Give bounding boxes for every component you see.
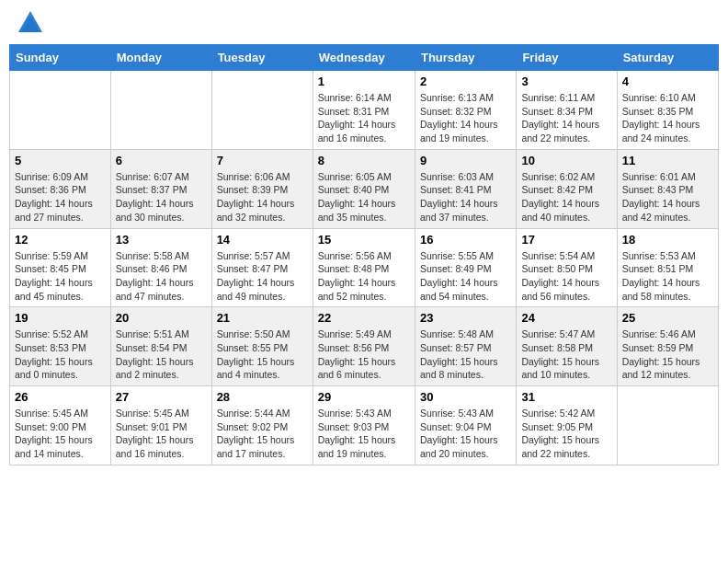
calendar-day-cell: 13Sunrise: 5:58 AM Sunset: 8:46 PM Dayli…: [110, 228, 211, 307]
day-info: Sunrise: 6:13 AM Sunset: 8:32 PM Dayligh…: [420, 91, 511, 145]
day-number: 11: [622, 154, 713, 167]
calendar-table: SundayMondayTuesdayWednesdayThursdayFrid…: [9, 44, 719, 465]
day-info: Sunrise: 6:14 AM Sunset: 8:31 PM Dayligh…: [318, 91, 410, 145]
day-number: 25: [622, 311, 713, 325]
calendar-day-cell: 9Sunrise: 6:03 AM Sunset: 8:41 PM Daylig…: [415, 149, 516, 228]
day-info: Sunrise: 5:52 AM Sunset: 8:53 PM Dayligh…: [15, 327, 106, 382]
day-number: 3: [521, 75, 611, 88]
day-number: 4: [622, 75, 713, 88]
day-info: Sunrise: 6:05 AM Sunset: 8:40 PM Dayligh…: [318, 170, 410, 224]
day-info: Sunrise: 6:11 AM Sunset: 8:34 PM Dayligh…: [521, 91, 611, 145]
calendar-day-cell: [10, 71, 111, 150]
calendar-day-cell: [211, 71, 313, 150]
calendar-day-cell: 30Sunrise: 5:43 AM Sunset: 9:04 PM Dayli…: [415, 386, 516, 465]
calendar-week-row: 19Sunrise: 5:52 AM Sunset: 8:53 PM Dayli…: [10, 307, 719, 386]
day-info: Sunrise: 5:49 AM Sunset: 8:56 PM Dayligh…: [318, 327, 410, 382]
day-info: Sunrise: 5:43 AM Sunset: 9:03 PM Dayligh…: [318, 407, 410, 461]
weekday-header-wednesday: Wednesday: [313, 45, 415, 71]
day-info: Sunrise: 5:50 AM Sunset: 8:55 PM Dayligh…: [217, 327, 308, 382]
calendar-day-cell: 31Sunrise: 5:42 AM Sunset: 9:05 PM Dayli…: [517, 386, 617, 465]
day-number: 2: [420, 75, 511, 88]
day-number: 6: [116, 154, 207, 167]
day-info: Sunrise: 5:44 AM Sunset: 9:02 PM Dayligh…: [217, 407, 308, 461]
day-info: Sunrise: 6:03 AM Sunset: 8:41 PM Dayligh…: [420, 170, 511, 224]
day-info: Sunrise: 6:07 AM Sunset: 8:37 PM Dayligh…: [116, 170, 207, 224]
calendar-day-cell: 21Sunrise: 5:50 AM Sunset: 8:55 PM Dayli…: [211, 307, 313, 386]
day-info: Sunrise: 6:01 AM Sunset: 8:43 PM Dayligh…: [622, 170, 713, 224]
calendar-day-cell: 23Sunrise: 5:48 AM Sunset: 8:57 PM Dayli…: [415, 307, 516, 386]
calendar-day-cell: 10Sunrise: 6:02 AM Sunset: 8:42 PM Dayli…: [517, 149, 617, 228]
day-number: 21: [217, 311, 308, 325]
day-number: 30: [420, 390, 511, 404]
calendar-day-cell: 2Sunrise: 6:13 AM Sunset: 8:32 PM Daylig…: [415, 71, 516, 150]
day-info: Sunrise: 5:42 AM Sunset: 9:05 PM Dayligh…: [521, 407, 611, 461]
calendar-day-cell: 24Sunrise: 5:47 AM Sunset: 8:58 PM Dayli…: [517, 307, 617, 386]
weekday-header-friday: Friday: [517, 45, 617, 71]
day-number: 17: [521, 233, 611, 247]
day-number: 31: [521, 390, 611, 404]
day-number: 1: [318, 75, 410, 88]
calendar-day-cell: 18Sunrise: 5:53 AM Sunset: 8:51 PM Dayli…: [617, 228, 718, 307]
day-number: 15: [318, 233, 410, 247]
day-info: Sunrise: 6:09 AM Sunset: 8:36 PM Dayligh…: [15, 170, 106, 224]
day-number: 20: [116, 311, 207, 325]
day-number: 8: [318, 154, 410, 167]
day-info: Sunrise: 5:43 AM Sunset: 9:04 PM Dayligh…: [420, 407, 511, 461]
day-info: Sunrise: 5:46 AM Sunset: 8:59 PM Dayligh…: [622, 327, 713, 382]
logo: [13, 9, 44, 37]
day-number: 16: [420, 233, 511, 247]
calendar-week-row: 1Sunrise: 6:14 AM Sunset: 8:31 PM Daylig…: [10, 71, 719, 150]
day-number: 28: [217, 390, 308, 404]
day-info: Sunrise: 5:51 AM Sunset: 8:54 PM Dayligh…: [116, 327, 207, 382]
day-number: 7: [217, 154, 308, 167]
day-number: 29: [318, 390, 410, 404]
calendar-day-cell: 20Sunrise: 5:51 AM Sunset: 8:54 PM Dayli…: [110, 307, 211, 386]
day-number: 5: [15, 154, 106, 167]
calendar-day-cell: 22Sunrise: 5:49 AM Sunset: 8:56 PM Dayli…: [313, 307, 415, 386]
day-number: 24: [521, 311, 611, 325]
day-number: 27: [116, 390, 207, 404]
weekday-header-monday: Monday: [110, 45, 211, 71]
day-number: 9: [420, 154, 511, 167]
day-info: Sunrise: 5:53 AM Sunset: 8:51 PM Dayligh…: [622, 249, 713, 304]
calendar-day-cell: 27Sunrise: 5:45 AM Sunset: 9:01 PM Dayli…: [110, 386, 211, 465]
day-number: 26: [15, 390, 106, 404]
calendar-day-cell: 28Sunrise: 5:44 AM Sunset: 9:02 PM Dayli…: [211, 386, 313, 465]
day-info: Sunrise: 5:59 AM Sunset: 8:45 PM Dayligh…: [15, 249, 106, 304]
calendar-week-row: 5Sunrise: 6:09 AM Sunset: 8:36 PM Daylig…: [10, 149, 719, 228]
calendar-day-cell: 11Sunrise: 6:01 AM Sunset: 8:43 PM Dayli…: [617, 149, 718, 228]
day-number: 13: [116, 233, 207, 247]
day-number: 14: [217, 233, 308, 247]
calendar-day-cell: 26Sunrise: 5:45 AM Sunset: 9:00 PM Dayli…: [10, 386, 111, 465]
day-info: Sunrise: 5:48 AM Sunset: 8:57 PM Dayligh…: [420, 327, 511, 382]
weekday-header-saturday: Saturday: [617, 45, 718, 71]
logo-icon: [17, 9, 44, 37]
calendar-day-cell: 25Sunrise: 5:46 AM Sunset: 8:59 PM Dayli…: [617, 307, 718, 386]
day-info: Sunrise: 5:45 AM Sunset: 9:00 PM Dayligh…: [15, 407, 106, 461]
calendar-day-cell: 14Sunrise: 5:57 AM Sunset: 8:47 PM Dayli…: [211, 228, 313, 307]
weekday-header-sunday: Sunday: [10, 45, 111, 71]
calendar-day-cell: 3Sunrise: 6:11 AM Sunset: 8:34 PM Daylig…: [517, 71, 617, 150]
calendar-day-cell: [617, 386, 718, 465]
day-info: Sunrise: 6:02 AM Sunset: 8:42 PM Dayligh…: [521, 170, 611, 224]
day-info: Sunrise: 5:55 AM Sunset: 8:49 PM Dayligh…: [420, 249, 511, 304]
weekday-header-thursday: Thursday: [415, 45, 516, 71]
day-info: Sunrise: 5:54 AM Sunset: 8:50 PM Dayligh…: [521, 249, 611, 304]
calendar-day-cell: 17Sunrise: 5:54 AM Sunset: 8:50 PM Dayli…: [517, 228, 617, 307]
calendar-day-cell: 6Sunrise: 6:07 AM Sunset: 8:37 PM Daylig…: [110, 149, 211, 228]
day-info: Sunrise: 6:10 AM Sunset: 8:35 PM Dayligh…: [622, 91, 713, 145]
day-info: Sunrise: 5:57 AM Sunset: 8:47 PM Dayligh…: [217, 249, 308, 304]
calendar-week-row: 12Sunrise: 5:59 AM Sunset: 8:45 PM Dayli…: [10, 228, 719, 307]
calendar-week-row: 26Sunrise: 5:45 AM Sunset: 9:00 PM Dayli…: [10, 386, 719, 465]
weekday-header-tuesday: Tuesday: [211, 45, 313, 71]
day-info: Sunrise: 5:58 AM Sunset: 8:46 PM Dayligh…: [116, 249, 207, 304]
calendar-day-cell: 4Sunrise: 6:10 AM Sunset: 8:35 PM Daylig…: [617, 71, 718, 150]
day-number: 12: [15, 233, 106, 247]
calendar-day-cell: 1Sunrise: 6:14 AM Sunset: 8:31 PM Daylig…: [313, 71, 415, 150]
calendar-day-cell: 19Sunrise: 5:52 AM Sunset: 8:53 PM Dayli…: [10, 307, 111, 386]
day-number: 18: [622, 233, 713, 247]
page-header: [9, 9, 719, 37]
day-number: 10: [521, 154, 611, 167]
calendar-day-cell: 29Sunrise: 5:43 AM Sunset: 9:03 PM Dayli…: [313, 386, 415, 465]
calendar-day-cell: 12Sunrise: 5:59 AM Sunset: 8:45 PM Dayli…: [10, 228, 111, 307]
